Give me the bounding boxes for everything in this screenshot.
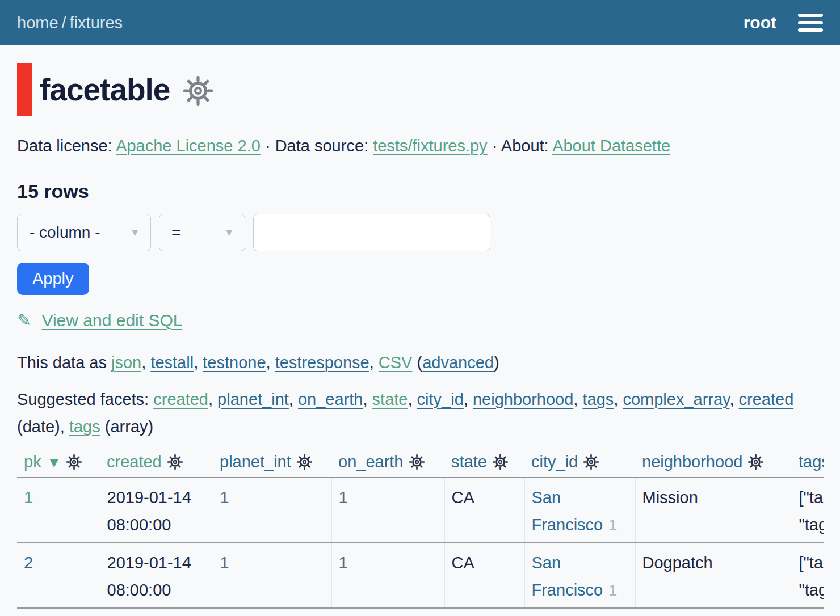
export-link-testall[interactable]: testall [150,353,194,372]
column-sort-link[interactable]: neighborhood [642,453,742,471]
text-separator: , [369,353,379,372]
cell-city_id: San Francisco1 [524,478,635,543]
export-link-advanced[interactable]: advanced [422,353,494,372]
text-separator: , [141,353,150,372]
apply-row: Apply [17,263,824,295]
chevron-down-icon: ▼ [224,226,234,239]
filter-operator-select[interactable]: = ▼ [159,214,245,251]
facet-link-tags[interactable]: tags [69,417,100,436]
cell-value: CA [452,488,474,507]
cell-value: CA [452,554,474,572]
column-sort-link[interactable]: planet_int [220,453,291,471]
title-accent-bar [17,63,32,116]
logged-in-user[interactable]: root [744,13,776,32]
column-header-planet_int: planet_int [213,452,331,478]
cell-created: 2019-01-14 08:00:00 [100,478,213,543]
cell-city_id: San Francisco1 [524,543,635,608]
text-separator: , [194,353,203,372]
column-header-tags: tags [792,452,824,478]
facet-link-tags[interactable]: tags [582,390,614,408]
column-cog-icon[interactable] [583,454,599,470]
facet-link-city_id[interactable]: city_id [417,390,464,408]
filter-column-select[interactable]: - column - ▼ [17,214,151,251]
cell-state: CA [444,543,524,608]
column-sort-link[interactable]: created [107,453,162,471]
facet-link-planet_int[interactable]: planet_int [217,390,289,408]
row-link[interactable]: 1 [24,488,33,507]
column-header-city_id: city_id [524,452,635,478]
column-header-on_earth: on_earth [331,452,444,478]
foreign-key-id: 1 [608,582,617,599]
separator-dot: · [492,137,498,155]
license-link[interactable]: Apache License 2.0 [116,137,261,155]
column-sort-link[interactable]: tags [799,453,824,471]
cell-on_earth: 1 [331,543,444,608]
cell-pk: 1 [17,478,100,543]
facet-link-neighborhood[interactable]: neighborhood [473,390,573,408]
breadcrumb-database[interactable]: fixtures [70,14,123,32]
breadcrumb-home[interactable]: home [17,14,58,32]
nav-right: root [744,13,823,32]
facet-link-on_earth[interactable]: on_earth [298,390,363,408]
filter-column-value: - column - [30,223,100,242]
suggested-facets-line: Suggested facets: created, planet_int, o… [17,386,824,440]
view-edit-sql-link[interactable]: View and edit SQL [41,311,182,330]
column-cog-icon[interactable] [297,454,312,470]
row-link[interactable]: San Francisco [532,554,603,599]
facet-link-created[interactable]: created [153,390,208,408]
column-cog-icon[interactable] [748,454,763,470]
cell-neighborhood: Mission [635,478,792,543]
menu-icon[interactable] [798,14,823,32]
source-link[interactable]: tests/fixtures.py [373,137,487,155]
cell-tags: ["tag1", "tag2"] [792,478,824,543]
filter-value-input[interactable] [253,214,490,251]
cell-value: ["tag1", "tag3"] [799,554,825,599]
column-cog-icon[interactable] [493,454,508,470]
column-cog-icon[interactable] [167,454,183,470]
cell-value: 2019-01-14 08:00:00 [107,488,191,534]
menu-bar [798,14,823,17]
separator-dot: · [265,137,271,155]
cell-on_earth: 1 [331,478,444,543]
row-link[interactable]: San Francisco [532,488,603,534]
foreign-key-id: 1 [608,517,617,534]
cell-value: Dogpatch [642,554,713,572]
results-table: pk▼ created planet_int on_earth state ci… [17,452,824,609]
export-link-CSV[interactable]: CSV [379,353,413,372]
export-link-testnone[interactable]: testnone [203,353,266,372]
table-settings-cog[interactable] [183,76,213,108]
text-separator [107,353,111,372]
text-separator: , [363,390,372,408]
column-sort-link[interactable]: on_earth [338,453,404,471]
cell-value: 1 [220,554,229,572]
text-separator: , [573,390,582,408]
column-sort-link[interactable]: state [451,453,487,471]
text-separator: , [464,390,473,408]
facet-link-created[interactable]: created [739,390,794,408]
breadcrumb: home/fixtures [17,14,123,32]
source-label: Data source: [275,137,368,155]
facet-link-complex_array[interactable]: complex_array [623,390,729,408]
table-container: pk▼ created planet_int on_earth state ci… [17,452,824,609]
text-separator: , [208,390,217,408]
cell-pk: 2 [17,543,100,608]
text-separator: , [729,390,738,408]
row-count: 15 rows [17,180,824,202]
export-link-json[interactable]: json [111,353,141,372]
column-header-neighborhood: neighborhood [635,452,792,478]
cell-value: 1 [339,488,348,507]
cell-value: 1 [339,554,348,572]
facet-link-state[interactable]: state [372,390,408,408]
cog-icon [183,76,213,106]
title-row: facetable [17,63,824,116]
apply-button[interactable]: Apply [17,263,89,295]
main-content: facetable Data license: Apache License 2… [0,63,840,609]
about-link[interactable]: About Datasette [552,137,670,155]
column-cog-icon[interactable] [409,454,425,470]
column-sort-link[interactable]: pk [24,453,41,471]
column-sort-link[interactable]: city_id [531,453,578,471]
column-cog-icon[interactable] [66,454,82,470]
export-link-testresponse[interactable]: testresponse [275,353,369,372]
row-link[interactable]: 2 [24,554,33,572]
facets-prefix: Suggested facets: [17,390,149,408]
